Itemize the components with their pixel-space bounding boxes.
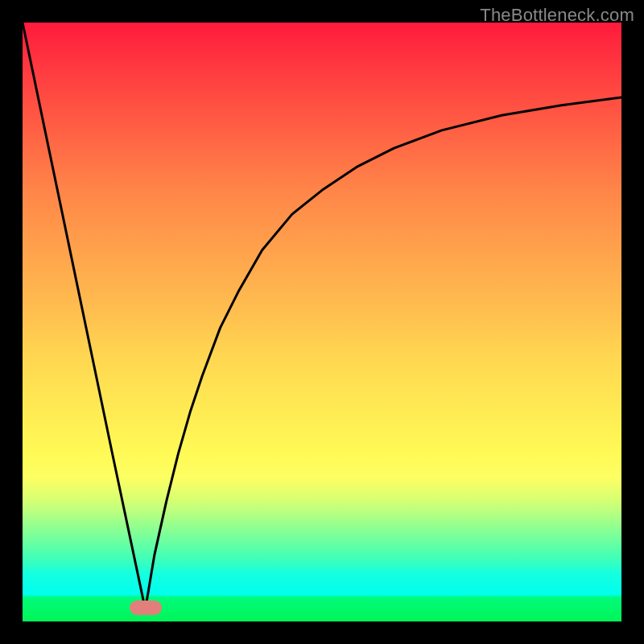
- chart-container: TheBottleneck.com: [0, 0, 644, 644]
- curve-layer: [23, 23, 621, 621]
- watermark-text: TheBottleneck.com: [480, 5, 634, 26]
- optimal-marker: [130, 601, 162, 615]
- bottleneck-curve: [23, 23, 621, 609]
- plot-area: [23, 23, 621, 621]
